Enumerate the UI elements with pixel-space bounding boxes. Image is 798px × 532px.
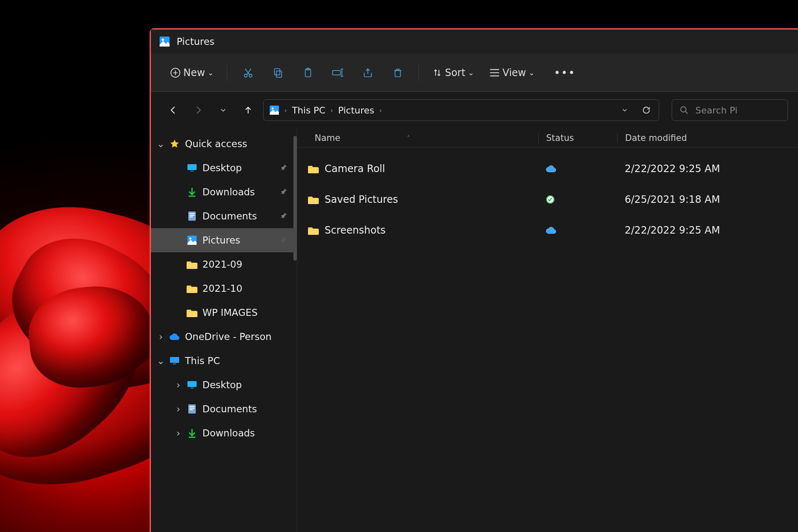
pin-icon xyxy=(280,163,288,173)
copy-icon xyxy=(273,67,283,78)
chevron-down-icon: ⌄ xyxy=(153,138,168,149)
sidebar-item-wp-images[interactable]: WP IMAGES xyxy=(151,300,297,325)
pin-icon xyxy=(280,211,288,221)
file-row[interactable]: Saved Pictures6/25/2021 9:18 AM xyxy=(297,184,798,215)
file-date: 2/22/2022 9:25 AM xyxy=(617,163,798,175)
sidebar-item-desktop[interactable]: Desktop xyxy=(151,156,297,180)
svg-point-21 xyxy=(190,238,192,240)
trash-icon xyxy=(392,67,403,79)
sidebar-quick-access[interactable]: ⌄ Quick access xyxy=(151,132,297,156)
sidebar-item-documents[interactable]: ›Documents xyxy=(151,397,297,421)
svg-point-13 xyxy=(681,107,686,112)
cut-button[interactable] xyxy=(233,60,263,85)
folder-icon xyxy=(186,308,198,317)
file-row[interactable]: Camera Roll2/22/2022 9:25 AM xyxy=(297,153,798,184)
sidebar-item-2021-10[interactable]: 2021-10 xyxy=(151,276,297,300)
refresh-button[interactable] xyxy=(637,101,655,119)
chevron-right-icon: › xyxy=(171,428,186,438)
sidebar-item-label: WP IMAGES xyxy=(202,307,258,318)
svg-rect-19 xyxy=(190,217,193,217)
chevron-right-icon: › xyxy=(330,106,333,114)
cloud-icon xyxy=(168,333,181,340)
column-date[interactable]: Date modified xyxy=(617,133,798,143)
sidebar-item-label: Desktop xyxy=(202,379,242,390)
back-button[interactable] xyxy=(163,100,183,120)
folder-icon xyxy=(308,164,319,173)
svg-rect-5 xyxy=(276,71,282,77)
view-icon xyxy=(489,69,500,77)
monitor-icon xyxy=(168,356,181,365)
sidebar-item-label: OneDrive - Person xyxy=(185,331,271,342)
sidebar-item-pictures[interactable]: Pictures xyxy=(151,228,297,252)
chevron-right-icon: › xyxy=(171,404,186,414)
up-button[interactable] xyxy=(238,100,258,120)
view-button[interactable]: View ⌄ xyxy=(482,60,542,85)
address-bar[interactable]: › This PC › Pictures › xyxy=(263,99,659,121)
svg-rect-16 xyxy=(188,212,196,221)
svg-rect-22 xyxy=(170,357,179,363)
column-name[interactable]: Name ˄ xyxy=(297,133,538,143)
svg-rect-15 xyxy=(190,170,194,172)
file-explorer-window: Pictures New ⌄ Sort ⌄ View ⌄ ••• xyxy=(150,28,798,532)
svg-rect-14 xyxy=(187,164,197,170)
file-date: 6/25/2021 9:18 AM xyxy=(617,194,798,205)
breadcrumb-pictures[interactable]: Pictures xyxy=(338,105,374,116)
copy-button[interactable] xyxy=(263,60,293,85)
sidebar-onedrive[interactable]: › OneDrive - Person xyxy=(151,325,297,349)
folder-icon xyxy=(308,226,319,235)
sort-button[interactable]: Sort ⌄ xyxy=(425,60,481,85)
plus-circle-icon xyxy=(170,67,181,78)
sidebar-item-label: Quick access xyxy=(185,138,247,149)
sidebar-item-desktop[interactable]: ›Desktop xyxy=(151,373,297,397)
rename-button[interactable] xyxy=(323,60,353,85)
svg-rect-6 xyxy=(275,69,280,75)
pin-icon xyxy=(280,235,288,245)
rename-icon xyxy=(332,67,344,78)
sidebar-item-label: Downloads xyxy=(202,428,255,438)
sidebar-item-label: Desktop xyxy=(202,163,242,173)
svg-rect-10 xyxy=(395,70,401,76)
delete-button[interactable] xyxy=(383,60,413,85)
more-button[interactable]: ••• xyxy=(550,60,580,85)
svg-rect-18 xyxy=(190,215,195,216)
svg-rect-29 xyxy=(190,409,193,410)
sidebar-item-label: 2021-10 xyxy=(202,283,242,294)
file-name: Screenshots xyxy=(325,224,386,236)
breadcrumb-this-pc[interactable]: This PC xyxy=(292,105,325,116)
search-icon xyxy=(680,106,689,115)
chevron-right-icon: › xyxy=(284,106,287,114)
forward-button[interactable] xyxy=(188,100,208,120)
sidebar-item-documents[interactable]: Documents xyxy=(151,204,297,228)
recent-button[interactable] xyxy=(213,100,233,120)
svg-point-4 xyxy=(249,74,252,77)
chevron-right-icon: › xyxy=(379,106,382,114)
svg-rect-9 xyxy=(333,70,341,75)
svg-rect-25 xyxy=(190,387,194,389)
folder-icon xyxy=(308,195,319,204)
share-button[interactable] xyxy=(353,60,383,85)
chevron-down-icon: ⌄ xyxy=(468,68,474,77)
folder-icon xyxy=(186,284,198,293)
sidebar-item-2021-09[interactable]: 2021-09 xyxy=(151,252,297,276)
sidebar-item-downloads[interactable]: Downloads xyxy=(151,180,297,204)
file-row[interactable]: Screenshots2/22/2022 9:25 AM xyxy=(297,215,798,246)
column-status[interactable]: Status xyxy=(538,133,617,143)
sidebar-item-label: Downloads xyxy=(202,187,255,197)
svg-point-3 xyxy=(244,74,247,77)
sidebar-this-pc[interactable]: ⌄ This PC xyxy=(151,349,297,373)
downloads-icon xyxy=(186,428,198,438)
svg-rect-24 xyxy=(187,381,197,387)
downloads-icon xyxy=(186,187,198,197)
synced-icon xyxy=(546,195,555,204)
share-icon xyxy=(362,67,374,78)
new-button[interactable]: New ⌄ xyxy=(163,60,221,85)
paste-button[interactable] xyxy=(293,60,323,85)
sidebar-item-downloads[interactable]: ›Downloads xyxy=(151,421,297,445)
chevron-down-icon: ⌄ xyxy=(153,355,168,366)
search-box[interactable]: Search Pi xyxy=(672,99,788,121)
titlebar[interactable]: Pictures xyxy=(151,30,798,54)
svg-rect-26 xyxy=(188,404,196,414)
sidebar-item-label: 2021-09 xyxy=(202,259,242,270)
address-history-button[interactable] xyxy=(616,101,634,119)
pictures-icon xyxy=(269,105,279,115)
